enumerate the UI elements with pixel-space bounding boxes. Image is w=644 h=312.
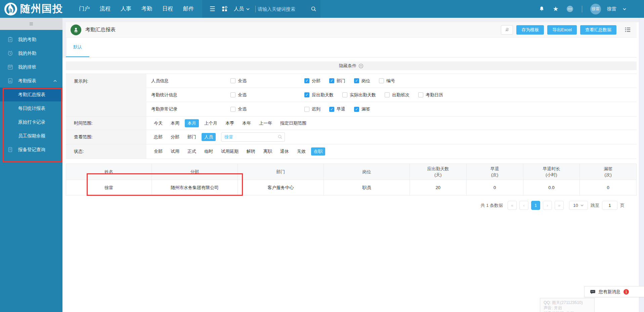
checkbox-option-branch[interactable]: 分部 [304, 78, 320, 84]
chevron-up-icon [53, 79, 57, 83]
status-chip-temporary[interactable]: 临时 [202, 147, 216, 155]
time-chip-this-month[interactable]: 本月 [185, 119, 199, 127]
checkbox[interactable] [418, 92, 423, 97]
more-ellipsis-icon[interactable] [566, 5, 574, 13]
time-chip-this-week[interactable]: 本周 [168, 119, 182, 127]
sidebar-item-my-shifts[interactable]: 我的排班 [0, 60, 62, 74]
select-all-option[interactable]: 全选 [230, 106, 304, 112]
time-chip-this-quarter[interactable]: 本季 [223, 119, 237, 127]
checkbox-option-shifts[interactable]: 出勤班次 [385, 92, 410, 98]
tab-default[interactable]: 默认 [66, 38, 89, 57]
menu-hamburger-icon[interactable]: ☰ [206, 0, 218, 18]
select-all-checkbox[interactable] [230, 92, 235, 97]
status-chip-resigned[interactable]: 离职 [261, 147, 275, 155]
checkbox-option-late[interactable]: 迟到 [304, 106, 320, 112]
checkbox[interactable] [354, 78, 359, 83]
jump-page-input[interactable] [602, 201, 617, 210]
time-chip-today[interactable]: 今天 [151, 119, 165, 127]
time-chip-this-year[interactable]: 本年 [240, 119, 254, 127]
list-view-icon[interactable] [623, 26, 632, 34]
checkbox[interactable] [304, 92, 309, 97]
pagination-page-1-button[interactable]: 1 [531, 201, 540, 210]
scope-chip-department[interactable]: 部门 [185, 133, 199, 141]
status-chip-probation-extended[interactable]: 试用延期 [218, 147, 241, 155]
time-chip-custom-range[interactable]: 指定日期范围 [277, 119, 309, 127]
pagination-prev-button[interactable]: ‹ [519, 201, 528, 210]
nav-item-mail[interactable]: 邮件 [178, 0, 199, 18]
checkbox[interactable] [342, 92, 347, 97]
nav-item-attendance[interactable]: 考勤 [136, 0, 157, 18]
checkbox[interactable] [304, 78, 309, 83]
status-chip-probation[interactable]: 试用 [168, 147, 182, 155]
checkbox[interactable] [304, 107, 309, 112]
export-excel-button[interactable]: 导出Excel [547, 25, 577, 35]
checkbox-option-position[interactable]: 岗位 [354, 78, 370, 84]
apps-grid-icon[interactable] [218, 0, 230, 18]
checkbox-label: 岗位 [361, 78, 370, 84]
view-summary-data-button[interactable]: 查看汇总数据 [580, 25, 616, 35]
pagination-next-button[interactable]: › [543, 201, 552, 210]
filter-label: 时间范围: [66, 117, 146, 130]
scope-chip-headquarters[interactable]: 总部 [151, 133, 165, 141]
sidebar-item-leave-balance[interactable]: 员工假期余额 [0, 129, 62, 143]
view-scope-options: 总部 分部 部门 人员 [146, 130, 637, 144]
checkbox-option-missed-sign[interactable]: 漏签 [354, 106, 370, 112]
pagination-last-button[interactable]: » [555, 201, 564, 210]
global-search-input[interactable] [258, 6, 308, 12]
sidebar-item-raw-punch-records[interactable]: 原始打卡记录 [0, 115, 62, 129]
select-all-option[interactable]: 全选 [230, 78, 304, 84]
sidebar-item-attendance-summary-report[interactable]: 考勤汇总报表 [0, 88, 62, 101]
module-selector[interactable]: 人员 [230, 0, 253, 18]
checkbox[interactable] [329, 78, 334, 83]
time-chip-last-month[interactable]: 上个月 [202, 119, 220, 127]
nav-item-schedule[interactable]: 日程 [157, 0, 178, 18]
checkbox[interactable] [329, 107, 334, 112]
search-icon[interactable] [277, 134, 283, 139]
sidebar-item-my-field-work[interactable]: 我的外勤 [0, 46, 62, 60]
status-chip-formal[interactable]: 正式 [185, 147, 199, 155]
page-size-select[interactable]: 10 [569, 201, 588, 210]
select-all-checkbox[interactable] [230, 78, 235, 83]
user-avatar[interactable]: 徐雷 [590, 4, 601, 14]
select-all-checkbox[interactable] [230, 107, 235, 112]
person-search-input[interactable] [221, 132, 285, 142]
sidebar-item-report-registration-query[interactable]: 报备登记查询 [0, 143, 62, 157]
nav-item-portal[interactable]: 门户 [74, 0, 95, 18]
status-chip-retired[interactable]: 退休 [277, 147, 292, 155]
favorites-star-icon[interactable]: ★ [552, 5, 560, 13]
checkbox-option-department[interactable]: 部门 [329, 78, 345, 84]
mute-notification-button[interactable] [501, 25, 513, 35]
sidebar-item-attendance-reports[interactable]: 考勤报表 [0, 74, 62, 88]
nav-item-workflow[interactable]: 流程 [95, 0, 116, 18]
logo[interactable]: 随州国投 [0, 2, 68, 16]
bell-icon[interactable] [538, 5, 546, 13]
checkbox-option-number[interactable]: 编号 [379, 78, 395, 84]
scope-chip-person[interactable]: 人员 [202, 133, 216, 141]
nav-item-hr[interactable]: 人事 [116, 0, 136, 18]
user-menu-chevron-icon[interactable] [622, 7, 627, 11]
status-chip-all[interactable]: 全部 [151, 147, 165, 155]
sidebar-item-my-attendance[interactable]: 我的考勤 [0, 33, 62, 46]
time-chip-last-year[interactable]: 上一年 [256, 119, 275, 127]
search-icon[interactable] [311, 6, 316, 12]
pagination-first-button[interactable]: « [508, 201, 517, 210]
vertical-scrollbar[interactable] [639, 18, 644, 312]
status-chip-dismissed[interactable]: 解聘 [244, 147, 258, 155]
save-template-button[interactable]: 存为模板 [516, 25, 544, 35]
sidebar-collapse-button[interactable] [0, 18, 62, 30]
checkbox[interactable] [385, 92, 390, 97]
new-message-bar[interactable]: 您有新消息 1 [584, 286, 644, 297]
sidebar-item-daily-stats-report[interactable]: 每日统计报表 [0, 101, 62, 115]
hide-conditions-toggle[interactable]: 隐藏条件 [66, 61, 637, 70]
checkbox-option-attendance-calendar[interactable]: 考勤日历 [418, 92, 443, 98]
status-chip-active[interactable]: 在职 [311, 147, 325, 155]
checkbox-option-required-days[interactable]: 应出勤天数 [304, 92, 334, 98]
checkbox-option-actual-days[interactable]: 实际出勤天数 [342, 92, 376, 98]
scope-chip-branch[interactable]: 分部 [168, 133, 182, 141]
checkbox[interactable] [379, 78, 384, 83]
checkbox[interactable] [354, 107, 359, 112]
status-chip-invalid[interactable]: 无效 [294, 147, 308, 155]
select-all-option[interactable]: 全选 [230, 92, 304, 98]
checkbox-option-early-leave[interactable]: 早退 [329, 106, 345, 112]
username[interactable]: 徐雷 [607, 6, 616, 12]
